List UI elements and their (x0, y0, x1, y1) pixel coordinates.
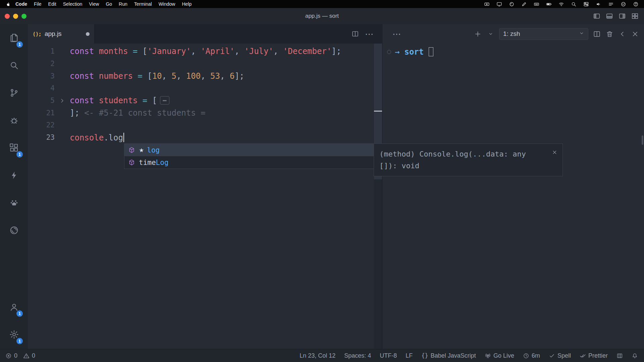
code-line-23[interactable]: 23console.log (28, 131, 374, 144)
menu-go[interactable]: Go (102, 1, 115, 7)
activity-bar-item-search[interactable] (0, 52, 28, 79)
menu-file[interactable]: File (31, 1, 45, 7)
status-item-editor-layout[interactable] (616, 353, 623, 359)
code-line-21[interactable]: 21]; <- #5-21 const students = (28, 107, 374, 119)
record-icon[interactable] (482, 1, 491, 7)
activity-bar-item-lightning-extension[interactable] (0, 162, 28, 189)
activity-bar-item-accounts[interactable]: 1 (0, 293, 28, 321)
code-line-1[interactable]: 1const months = ['January', 'April', 'Ju… (28, 45, 374, 58)
activity-bar-item-source-control[interactable] (0, 79, 28, 107)
collapse-panel-chevron-icon[interactable] (618, 30, 627, 38)
close-window-button[interactable] (5, 14, 10, 19)
activity-bar-item-settings[interactable]: 1 (0, 321, 28, 348)
pencil-icon[interactable] (520, 1, 528, 7)
status-item-eol[interactable]: LF (406, 352, 413, 359)
menu-code[interactable]: Code (12, 1, 31, 7)
apple-menu-icon[interactable] (5, 1, 11, 7)
status-item-cursor-position[interactable]: Ln 23, Col 12 (300, 352, 335, 359)
status-item-timer[interactable]: 6m (523, 352, 540, 359)
modified-indicator-icon[interactable] (86, 32, 90, 36)
label-part: time (139, 159, 156, 167)
wifi-icon[interactable] (557, 1, 566, 7)
swirl-icon[interactable] (507, 1, 516, 7)
status-item-encoding[interactable]: UTF-8 (380, 352, 397, 359)
window-titlebar[interactable]: app.js — sort (0, 8, 644, 24)
menu-run[interactable]: Run (115, 1, 131, 7)
new-terminal-icon[interactable] (474, 30, 482, 38)
suggestion-timeLog[interactable]: timeLog (124, 156, 374, 169)
display-icon[interactable] (495, 1, 503, 7)
keyboard-icon[interactable] (532, 1, 541, 7)
code-lines: 1const months = ['January', 'April', 'Ju… (28, 45, 374, 144)
menu-terminal[interactable]: Terminal (131, 1, 155, 7)
menu-view[interactable]: View (86, 1, 102, 7)
code-line-2[interactable]: 2 (28, 58, 374, 70)
code-line-5[interactable]: 5const students = [⋯ (28, 95, 374, 107)
split-editor-icon[interactable] (352, 30, 359, 38)
battery-icon[interactable] (544, 1, 553, 7)
activity-bar-item-circle-extension[interactable] (0, 217, 28, 244)
layout-grid-icon[interactable] (631, 12, 639, 20)
tab-bar: (); app.js ⋯ (28, 24, 382, 44)
activity-bar-item-explorer[interactable]: 1 (0, 24, 28, 52)
more-actions-icon[interactable]: ⋯ (365, 31, 373, 37)
token: months (99, 47, 128, 56)
code-editor[interactable]: 1const months = ['January', 'April', 'Ju… (28, 44, 374, 349)
code-line-22[interactable]: 22 (28, 119, 374, 131)
token: = (143, 96, 147, 105)
list-icon[interactable] (606, 1, 615, 7)
status-item-prettier[interactable]: Prettier (580, 352, 608, 359)
editor-actions: ⋯ (352, 24, 373, 44)
terminal-more-actions-icon[interactable]: ⋯ (392, 29, 401, 39)
launch-profile-chevron-icon[interactable] (486, 30, 495, 38)
symbol-method-icon (127, 159, 136, 167)
terminal-session-select[interactable]: 1: zsh (499, 28, 588, 40)
command-decoration-icon[interactable] (387, 50, 391, 54)
activity-bar: 11 11 (0, 24, 28, 349)
status-item-warnings[interactable]: 0 (23, 352, 35, 359)
split-terminal-icon[interactable] (593, 30, 601, 38)
menu-window[interactable]: Window (155, 1, 179, 7)
menu-help[interactable]: Help (178, 1, 195, 7)
folded-code-badge[interactable]: ⋯ (160, 96, 169, 105)
help-icon[interactable] (631, 1, 640, 7)
activity-bar-item-paw-extension[interactable] (0, 189, 28, 217)
control-center-icon[interactable] (582, 1, 590, 7)
status-item-go-live[interactable]: Go Live (485, 352, 514, 359)
activity-bar-item-extensions[interactable]: 1 (0, 134, 28, 162)
label-part: log (147, 146, 160, 154)
menu-edit[interactable]: Edit (45, 1, 60, 7)
minimize-window-button[interactable] (13, 14, 18, 19)
tab-app-js[interactable]: (); app.js (28, 24, 95, 44)
status-item-label: 0 (32, 352, 35, 359)
suggest-widget: ★logtimeLog (124, 143, 374, 169)
speaker-icon[interactable] (594, 1, 603, 7)
close-panel-icon[interactable] (631, 30, 639, 38)
activity-bar-item-run-debug[interactable] (0, 107, 28, 134)
zoom-window-button[interactable] (21, 14, 26, 19)
siri-icon[interactable] (619, 1, 628, 7)
status-item-indentation[interactable]: Spaces: 4 (344, 352, 371, 359)
terminal-body[interactable]: → sort (382, 44, 644, 349)
terminal-scrollbar-thumb[interactable] (642, 135, 643, 145)
token: console (70, 133, 104, 142)
status-item-label: UTF-8 (380, 352, 397, 359)
search-icon[interactable] (569, 1, 578, 7)
panel-bottom-icon[interactable] (605, 12, 613, 20)
editor-scrollbar[interactable] (374, 44, 382, 349)
status-item-notifications[interactable] (632, 353, 638, 359)
panel-left-icon[interactable] (593, 12, 600, 20)
fold-chevron-icon[interactable] (55, 98, 70, 104)
status-item-errors[interactable]: 0 (5, 352, 17, 359)
activity-bar-top: 11 (0, 24, 28, 244)
status-item-language-mode[interactable]: {}Babel JavaScript (421, 352, 476, 359)
close-icon[interactable] (552, 147, 559, 154)
code-line-4[interactable]: 4 (28, 82, 374, 95)
kill-terminal-icon[interactable] (605, 30, 614, 38)
suggestion-log[interactable]: ★log (124, 144, 374, 156)
code-line-3[interactable]: 3const numbers = [10, 5, 100, 53, 6]; (28, 70, 374, 82)
menu-selection[interactable]: Selection (60, 1, 86, 7)
panel-right-icon[interactable] (618, 12, 626, 20)
status-item-spell[interactable]: Spell (549, 352, 571, 359)
token: <- #5-21 const students = (79, 108, 206, 118)
